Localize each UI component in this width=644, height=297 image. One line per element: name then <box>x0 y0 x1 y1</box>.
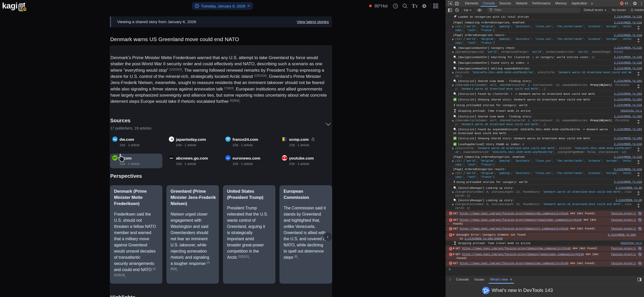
svg-text:RT: RT <box>113 157 117 160</box>
svg-text:DW: DW <box>113 138 117 141</box>
svg-text:abc: abc <box>170 157 173 159</box>
svg-text:en: en <box>227 157 229 159</box>
svg-text:24: 24 <box>227 139 229 141</box>
svg-text:T: T <box>171 138 173 141</box>
